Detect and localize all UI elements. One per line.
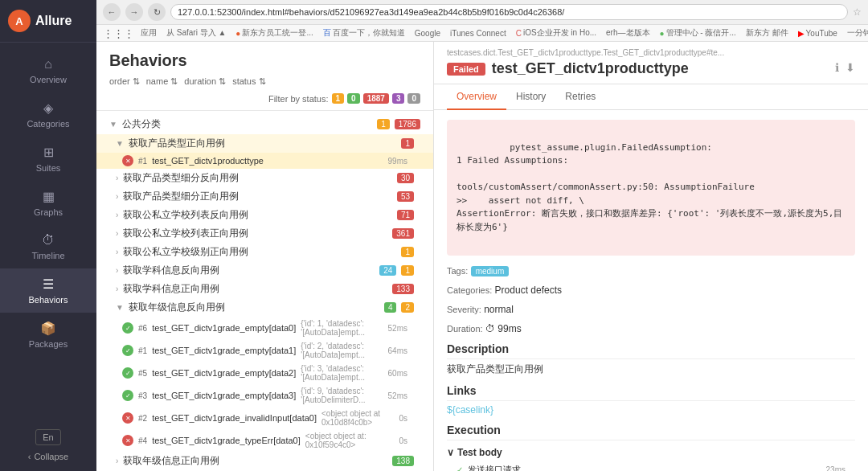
chevron-right-icon: › bbox=[116, 266, 118, 275]
test-duration: 99ms bbox=[388, 157, 407, 166]
info-icon[interactable]: ℹ bbox=[835, 61, 839, 74]
left-header: Behaviors order ⇅ name ⇅ duration ⇅ stat… bbox=[96, 42, 433, 111]
extensions-bar: ⋮⋮⋮ 应用 从 Safari 导入 ▲ ●新东方员工统一登... 百百度一下，… bbox=[96, 25, 868, 42]
ext-baidu[interactable]: 百百度一下，你就知道 bbox=[320, 27, 408, 39]
test-id: #5 bbox=[138, 369, 147, 378]
suite-label: 获取学科信息正向用例 bbox=[123, 282, 387, 296]
nav-forward-button[interactable]: → bbox=[125, 3, 143, 21]
exec-step-1[interactable]: ✓ 发送接口请求 23ms bbox=[447, 461, 855, 472]
test-item-grade1[interactable]: ✓ #1 test_GET_dictv1grade_empty[data1] {… bbox=[96, 339, 433, 362]
filter-name[interactable]: name ⇅ bbox=[146, 76, 178, 87]
collapse-button[interactable]: ‹ Collapse bbox=[28, 452, 68, 461]
ext-youtube[interactable]: ▶YouTube bbox=[795, 28, 841, 39]
test-status-pass: ✓ bbox=[122, 345, 133, 356]
test-item-grade-invalid[interactable]: ✕ #2 test_GET_dictv1grade_invalidInput[d… bbox=[96, 407, 433, 429]
category-item-public[interactable]: ▼ 公共分类 1 1786 bbox=[96, 114, 433, 134]
suite-item-6[interactable]: › 获取公私立学校级别正向用例 1 bbox=[96, 243, 433, 261]
sidebar-item-timeline[interactable]: ⏱ Timeline bbox=[0, 225, 96, 268]
test-item-grade3[interactable]: ✓ #3 test_GET_dictv1grade_empty[data3] {… bbox=[96, 384, 433, 407]
ext-erh[interactable]: erh—老版本 bbox=[603, 27, 653, 39]
download-icon[interactable]: ⬇ bbox=[845, 61, 855, 74]
ext-google[interactable]: Google bbox=[411, 28, 444, 39]
status-badge-orange[interactable]: 1 bbox=[332, 93, 345, 104]
sidebar-item-behaviors[interactable]: ☰ Behaviors bbox=[0, 268, 96, 313]
suite-item-grade[interactable]: ▼ 获取年级信息反向用例 4 2 bbox=[96, 298, 433, 317]
suite-item-producttype[interactable]: ▼ 获取产品类型正向用例 1 bbox=[96, 134, 433, 153]
execution-title: Execution bbox=[447, 424, 855, 440]
suite-item-grade-pos[interactable]: › 获取年级信息正向用例 138 bbox=[96, 452, 433, 470]
test-item-grade2[interactable]: ✓ #5 test_GET_dictv1grade_empty[data2] {… bbox=[96, 362, 433, 384]
test-id: #2 bbox=[138, 414, 147, 423]
test-name: test_GET_dictv1grade_empty[data3] bbox=[152, 391, 296, 400]
sidebar-item-overview[interactable]: ⌂ Overview bbox=[0, 49, 96, 92]
nav-reload-button[interactable]: ↻ bbox=[148, 3, 166, 21]
test-desc: {'id': 3, 'datadesc': '[AutoData]empt... bbox=[301, 364, 383, 382]
tab-history[interactable]: History bbox=[506, 84, 555, 110]
test-item-producttype[interactable]: ✕ #1 test_GET_dictv1producttype 99ms bbox=[96, 153, 433, 169]
chevron-down-icon: ▼ bbox=[116, 139, 124, 148]
status-badge-green[interactable]: 0 bbox=[347, 93, 360, 104]
step-name: 发送接口请求 bbox=[468, 464, 821, 472]
test-id: #1 bbox=[138, 157, 147, 166]
ext-mgmt[interactable]: ●管理中心 - 薇信开... bbox=[657, 27, 739, 39]
test-body-toggle[interactable]: ∨ Test body bbox=[447, 447, 855, 458]
test-duration: 60ms bbox=[388, 369, 407, 378]
suite-item-5[interactable]: › 获取公私立学校列表正向用例 361 bbox=[96, 224, 433, 243]
apps-icon: ⋮⋮⋮ bbox=[103, 27, 134, 39]
categories-label: Categories: bbox=[447, 285, 492, 295]
status-badge-red[interactable]: 1887 bbox=[363, 93, 389, 104]
test-id: #4 bbox=[138, 436, 147, 445]
test-item-grade0[interactable]: ✓ #6 test_GET_dictv1grade_empty[data0] {… bbox=[96, 317, 433, 339]
tab-overview[interactable]: Overview bbox=[447, 84, 506, 110]
url-bar[interactable] bbox=[170, 4, 848, 20]
language-button[interactable]: En bbox=[35, 429, 60, 445]
suite-label: 获取产品类型细分反向用例 bbox=[123, 171, 392, 185]
test-item-grade-typeerr[interactable]: ✕ #4 test_GET_dictv1grade_typeErr[data0]… bbox=[96, 429, 433, 452]
suite-item-7[interactable]: › 获取学科信息反向用例 24 1 bbox=[96, 261, 433, 280]
ext-itunes[interactable]: iTunes Connect bbox=[447, 28, 510, 39]
sidebar-item-suites[interactable]: ⊞ Suites bbox=[0, 137, 96, 181]
suite-count: 361 bbox=[392, 228, 414, 239]
ext-apps[interactable]: 应用 bbox=[137, 27, 160, 39]
test-title-row: Failed test_GET_dictv1producttype bbox=[447, 60, 724, 77]
filter-status[interactable]: status ⇅ bbox=[232, 76, 265, 87]
test-status-pass: ✓ bbox=[122, 322, 133, 334]
filter-row: order ⇅ name ⇅ duration ⇅ status ⇅ Filte… bbox=[109, 76, 420, 104]
suite-count: 1 bbox=[401, 247, 414, 257]
suite-count: 138 bbox=[392, 456, 414, 466]
ext-safari[interactable]: 从 Safari 导入 ▲ bbox=[163, 27, 229, 39]
suite-count-orange: 1 bbox=[401, 265, 414, 276]
status-badge-purple[interactable]: 3 bbox=[392, 93, 405, 104]
suite-count: 53 bbox=[397, 191, 414, 202]
filter-duration[interactable]: duration ⇅ bbox=[184, 76, 226, 87]
ext-neworiental[interactable]: ●新东方员工统一登... bbox=[232, 27, 316, 39]
filter-order[interactable]: order ⇅ bbox=[109, 76, 140, 87]
suite-item-3[interactable]: › 获取产品类型细分正向用例 53 bbox=[96, 187, 433, 206]
status-badge-gray[interactable]: 0 bbox=[407, 93, 420, 104]
chevron-right-icon: › bbox=[116, 457, 118, 465]
nav-back-button[interactable]: ← bbox=[103, 3, 121, 21]
test-status-fail: ✕ bbox=[122, 435, 133, 446]
chevron-right-icon: › bbox=[116, 211, 118, 219]
chevron-right-icon: › bbox=[116, 192, 118, 201]
content-split: Behaviors order ⇅ name ⇅ duration ⇅ stat… bbox=[96, 42, 868, 471]
description-value: 获取产品类型正向用例 bbox=[447, 362, 855, 376]
sidebar-item-packages[interactable]: 📦 Packages bbox=[0, 313, 96, 357]
links-value[interactable]: ${caselink} bbox=[447, 404, 855, 416]
suite-item-4[interactable]: › 获取公私立学校列表反向用例 71 bbox=[96, 206, 433, 224]
ext-mail[interactable]: 新东方 邮件 bbox=[743, 27, 792, 39]
tags-label: Tags: bbox=[447, 266, 468, 276]
ext-ios[interactable]: CiOS企业开发 in Ho... bbox=[513, 27, 600, 39]
ext-video[interactable]: 一分钟读懂新东方 ▸ bbox=[844, 27, 868, 39]
suite-item-8[interactable]: › 获取学科信息正向用例 133 bbox=[96, 280, 433, 298]
test-name: test_GET_dictv1grade_empty[data1] bbox=[152, 346, 296, 355]
sidebar-item-graphs[interactable]: ▦ Graphs bbox=[0, 181, 96, 225]
tab-retries[interactable]: Retries bbox=[555, 84, 605, 110]
suite-item-2[interactable]: › 获取产品类型细分反向用例 30 bbox=[96, 169, 433, 187]
sidebar-item-categories[interactable]: ◈ Categories bbox=[0, 92, 96, 137]
test-status-pass: ✓ bbox=[122, 367, 133, 379]
category-count-orange: 1 bbox=[377, 119, 390, 129]
timeline-icon: ⏱ bbox=[42, 233, 55, 248]
suites-icon: ⊞ bbox=[43, 145, 54, 160]
browser-bar: ← → ↻ ☆ bbox=[96, 0, 868, 25]
